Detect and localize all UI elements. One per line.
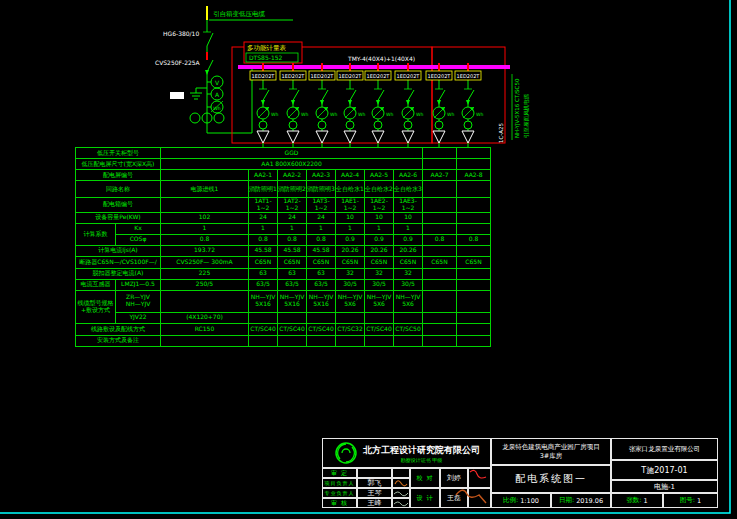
schedule-cell: C65N bbox=[249, 256, 278, 268]
schedule-cell: 消防照明1 bbox=[249, 181, 278, 198]
schedule-cell: AA2-1 bbox=[249, 170, 278, 181]
meter-unit-label: Wh bbox=[447, 112, 454, 117]
cable-note: NH-YJV-5X16 CT/SC50 bbox=[514, 78, 521, 138]
sign-name: 刘婷 bbox=[440, 468, 468, 488]
meter-unit-label: Wh bbox=[386, 112, 393, 117]
schedule-cell: AA1 800X600X2200 bbox=[161, 159, 423, 170]
date-value: 2019.06 bbox=[576, 497, 603, 505]
schedule-cell bbox=[457, 223, 491, 234]
schedule-cell: LMZJ1—0.5 bbox=[116, 279, 161, 290]
schedule-cell bbox=[423, 181, 457, 198]
sheets-cell: 张数: 1 bbox=[611, 493, 663, 508]
feeder-tag-label: 1ED202T bbox=[367, 73, 391, 79]
schedule-cell: 1 bbox=[249, 223, 278, 234]
schedule-cell: (4X120+70) bbox=[161, 312, 249, 323]
schedule-cell bbox=[457, 212, 491, 223]
schedule-cell: 1AE3-1~2 bbox=[394, 198, 423, 213]
schedule-cell: 0.8 bbox=[278, 234, 307, 245]
schedule-cell bbox=[307, 312, 336, 323]
schedule-cell: 全自给水1 bbox=[336, 181, 365, 198]
scale-cell: 比例: 1:100 bbox=[491, 493, 551, 508]
knife-switch-symbol bbox=[207, 33, 213, 46]
scale-label: 比例: bbox=[503, 496, 518, 505]
schedule-cell bbox=[423, 245, 457, 256]
feeder-branch-7: 1ED202TWh bbox=[426, 63, 454, 147]
schedule-cell: 32 bbox=[336, 268, 365, 279]
schedule-cell: 20.26 bbox=[394, 245, 423, 256]
incoming-breaker-label: CVS250F-225A bbox=[155, 59, 201, 66]
meter-unit-label: Wh bbox=[301, 112, 308, 117]
outgoing-arrow bbox=[372, 131, 384, 143]
schedule-cell: 1 bbox=[161, 223, 249, 234]
schedule-cell bbox=[394, 312, 423, 323]
schedule-cell bbox=[457, 181, 491, 198]
schedule-cell: NH—YJV 5X16 bbox=[249, 290, 278, 312]
incoming-riser bbox=[207, 69, 252, 133]
schedule-cell: 10 bbox=[365, 212, 394, 223]
schedule-cell: 低压配电屏尺寸(宽X深X高) bbox=[76, 159, 161, 170]
switch-model-label: HG6-380/10 bbox=[163, 30, 199, 37]
schedule-cell: 回路名称 bbox=[76, 181, 161, 198]
schedule-cell: 1AE2-1~2 bbox=[365, 198, 394, 213]
sign-role: 校 对 bbox=[410, 468, 440, 488]
feeder-branch-2: 1ED202TWh bbox=[280, 63, 308, 147]
feeder-branch-3: 1ED202TWh bbox=[309, 63, 337, 147]
feeder-branch-6: 1ED202TWh bbox=[395, 63, 423, 147]
schedule-cell: AA2-3 bbox=[307, 170, 336, 181]
schedule-cell: AA2-2 bbox=[278, 170, 307, 181]
schedule-cell: AA2-6 bbox=[394, 170, 423, 181]
schedule-cell: 30/5 bbox=[365, 279, 394, 290]
schedule-cell: C65N bbox=[423, 256, 457, 268]
schedule-cell bbox=[457, 198, 491, 213]
schedule-cell: NH—YJV 5X6 bbox=[336, 290, 365, 312]
schedule-cell: GGD bbox=[161, 148, 423, 159]
schedule-cell bbox=[161, 335, 249, 346]
schedule-row: 配电屏编号AA2-1AA2-2AA2-3AA2-4AA2-5AA2-6AA2-7… bbox=[76, 170, 491, 181]
fig-value: 1 bbox=[697, 497, 701, 505]
schedule-row: 计算电流Ijs(A)193.7245.5845.5845.5820.2620.2… bbox=[76, 245, 491, 256]
schedule-cell bbox=[161, 170, 249, 181]
schedule-cell: 1 bbox=[336, 223, 365, 234]
schedule-cell: CVS250F— 300mA bbox=[161, 256, 249, 268]
outgoing-arrow bbox=[316, 131, 328, 143]
date-label: 日期: bbox=[559, 496, 574, 505]
schedule-cell: 断路器C65N—/CVS100F—/ bbox=[76, 256, 161, 268]
schedule-cell: 1 bbox=[365, 223, 394, 234]
scale-value: 1:100 bbox=[520, 497, 539, 505]
schedule-row: 计算系数Kx1111111 bbox=[76, 223, 491, 234]
sign-role: 设 计 bbox=[410, 488, 440, 508]
feeder-tag-label: 1ED202T bbox=[428, 73, 452, 79]
schedule-row: 线缆型号规格 +敷设方式ZR—YJV NH—YJVNH—YJV 5X16NH—Y… bbox=[76, 290, 491, 312]
schedule-cell bbox=[365, 312, 394, 323]
schedule-cell bbox=[457, 268, 491, 279]
schedule-cell: 45.58 bbox=[278, 245, 307, 256]
schedule-cell: 30/5 bbox=[336, 279, 365, 290]
schedule-cell: 63/5 bbox=[278, 279, 307, 290]
meter-unit-label: Wh bbox=[358, 112, 365, 117]
schedule-cell bbox=[365, 335, 394, 346]
schedule-cell: 63 bbox=[278, 268, 307, 279]
feeder-tag-label: 1ED202T bbox=[282, 73, 306, 79]
sign-role: 审 核 bbox=[322, 498, 357, 508]
busbar bbox=[238, 65, 510, 69]
schedule-cell: 0.8 bbox=[457, 234, 491, 245]
schedule-cell: AA2-4 bbox=[336, 170, 365, 181]
sign-name: 王琴 bbox=[357, 488, 392, 498]
incoming-source-label: 引自箱变低压电缆 bbox=[213, 10, 266, 18]
schedule-cell bbox=[278, 335, 307, 346]
schedule-cell: 20.26 bbox=[336, 245, 365, 256]
feeder-tag-label: 1ED202T bbox=[339, 73, 363, 79]
destination-note: 引至屋面风机电源 bbox=[523, 94, 530, 139]
ct-icon bbox=[435, 121, 443, 129]
schedule-cell bbox=[423, 198, 457, 213]
meter-unit-label: Wh bbox=[416, 112, 423, 117]
schedule-cell: 10 bbox=[336, 212, 365, 223]
schedule-row: 配电箱编号1AT1-1~21AT2-1~21AT3-1~21AE1-1~21AE… bbox=[76, 198, 491, 213]
schedule-cell: AA2-7 bbox=[423, 170, 457, 181]
sign-box bbox=[468, 488, 491, 508]
outgoing-arrow bbox=[433, 131, 445, 143]
schedule-cell: 20.26 bbox=[365, 245, 394, 256]
project-name-cell: 龙泉特色建筑电商产业园厂房项目 3#库房 bbox=[491, 438, 611, 465]
drawing-number-cell: T施2017-01 bbox=[611, 460, 718, 480]
schedule-row: 电流互感器LMZJ1—0.5250/563/563/563/530/530/53… bbox=[76, 279, 491, 290]
